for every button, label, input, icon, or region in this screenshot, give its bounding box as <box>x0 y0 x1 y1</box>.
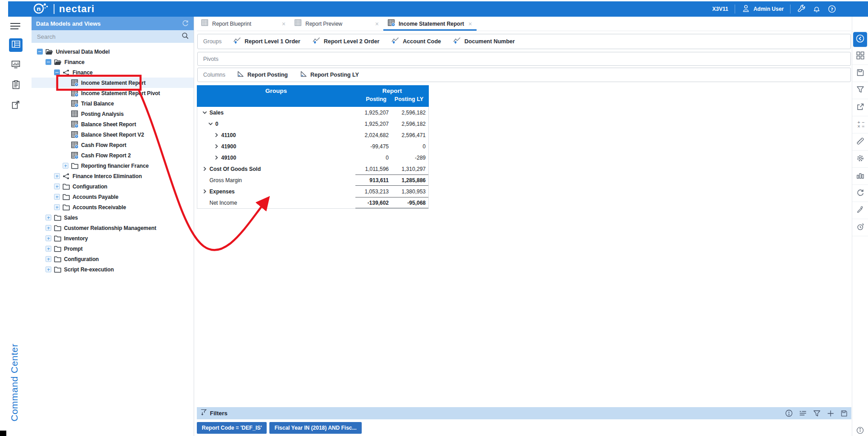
tree-item-finance[interactable]: Finance <box>32 67 194 78</box>
tab-report-blueprint[interactable]: Report Blueprint× <box>197 17 290 31</box>
expand-toggle-icon[interactable] <box>45 225 51 231</box>
tree-item-finance[interactable]: Finance <box>32 57 194 67</box>
right-rail-filter-button[interactable] <box>852 82 868 99</box>
expand-toggle-icon[interactable] <box>54 194 60 200</box>
right-rail-refresh-button[interactable] <box>852 185 868 202</box>
tree-item-trial-balance[interactable]: Trial Balance <box>32 98 194 109</box>
right-rail-settings-gear-button[interactable] <box>852 151 868 168</box>
left-rail-item-data-models[interactable] <box>9 38 23 52</box>
tree-item-script-re-execution[interactable]: Script Re-execution <box>32 264 194 275</box>
report-column-header[interactable]: Report <box>355 85 429 94</box>
bell-icon[interactable] <box>812 5 821 14</box>
posting-column-header[interactable]: Posting <box>355 96 392 102</box>
collapse-toggle-icon[interactable] <box>54 69 60 75</box>
table-row-sales[interactable]: Sales1,925,2072,596,182 <box>197 107 428 118</box>
chevron-right-icon[interactable] <box>214 144 219 149</box>
chevron-down-icon[interactable] <box>202 110 207 115</box>
chevron-down-icon[interactable] <box>208 122 213 126</box>
tree-item-accounts-receivable[interactable]: Accounts Receivable <box>32 202 194 212</box>
tree-item-configuration[interactable]: Configuration <box>32 181 194 192</box>
field-report-posting[interactable]: Report Posting <box>237 70 288 79</box>
left-rail-item-report[interactable] <box>9 79 23 92</box>
expand-toggle-icon[interactable] <box>54 184 60 189</box>
right-rail-bar-chart-button[interactable] <box>852 168 868 185</box>
filters-title[interactable]: Filters <box>200 409 227 418</box>
info-icon[interactable] <box>852 427 868 434</box>
filter-chip[interactable]: Fiscal Year IN (2018) AND Fisc... <box>269 422 361 434</box>
help-icon[interactable]: ? <box>827 5 836 14</box>
tree-item-sales[interactable]: Sales <box>32 212 194 223</box>
menu-icon[interactable] <box>10 23 21 32</box>
expand-toggle-icon[interactable] <box>45 235 51 241</box>
left-rail-item-process[interactable] <box>9 99 23 112</box>
add-icon[interactable] <box>827 410 834 417</box>
close-icon[interactable]: × <box>282 21 286 27</box>
filter-icon[interactable] <box>813 410 821 417</box>
chevron-right-icon[interactable] <box>214 133 219 138</box>
table-row-41900[interactable]: 41900-99,4750 <box>197 141 428 152</box>
table-row-41100[interactable]: 411002,024,6822,596,471 <box>197 129 428 141</box>
tree-item-balance-sheet-report-v2[interactable]: Balance Sheet Report V2 <box>32 129 194 140</box>
user-menu[interactable]: Admin User <box>741 4 784 14</box>
tree-item-cash-flow-report[interactable]: Cash Flow Report <box>32 140 194 150</box>
tree-item-posting-analysis[interactable]: Posting Analysis <box>32 109 194 119</box>
tree-item-reporting-financier-france[interactable]: Reporting financier France <box>32 161 194 171</box>
tree-item-prompt[interactable]: Prompt <box>32 243 194 254</box>
table-row-cost-of-goods-sold[interactable]: Cost Of Goods Sold1,011,5961,310,297 <box>197 163 428 174</box>
groups-column-header[interactable]: Groups <box>197 85 355 107</box>
right-rail-layout-grid-button[interactable] <box>852 48 868 65</box>
tree-item-inventory[interactable]: Inventory <box>32 233 194 243</box>
expand-toggle-icon[interactable] <box>45 246 51 252</box>
expand-toggle-icon[interactable] <box>45 266 51 272</box>
right-rail-ruler-button[interactable] <box>852 133 868 151</box>
wrench-icon[interactable] <box>797 5 806 14</box>
expand-toggle-icon[interactable] <box>63 163 68 169</box>
expand-toggle-icon[interactable] <box>45 256 51 262</box>
right-rail-save-button[interactable] <box>852 65 868 82</box>
right-rail-collapse-panel-button[interactable] <box>853 32 867 47</box>
expand-toggle-icon[interactable] <box>54 173 60 179</box>
expand-toggle-icon[interactable] <box>45 215 51 220</box>
table-row-49100[interactable]: 491000-289 <box>197 152 428 163</box>
field-report-posting-ly[interactable]: Report Posting LY <box>300 70 359 79</box>
field-report-level-1-order[interactable]: Report Level 1 Order <box>233 37 300 46</box>
table-row-gross-margin[interactable]: Gross Margin913,6111,285,886 <box>197 174 428 186</box>
list-icon[interactable] <box>799 410 807 417</box>
tree-item-balance-sheet-report[interactable]: Balance Sheet Report <box>32 119 194 129</box>
filter-chip[interactable]: Report Code = 'DEF_IS' <box>197 422 267 434</box>
collapse-toggle-icon[interactable] <box>37 49 43 55</box>
tree-item-universal-data-model[interactable]: Universal Data Model <box>32 46 194 57</box>
expand-toggle-icon[interactable] <box>54 204 60 210</box>
tab-report-preview[interactable]: Report Preview× <box>290 17 383 31</box>
collapse-toggle-icon[interactable] <box>45 59 51 65</box>
right-rail-eyedropper-button[interactable] <box>852 202 868 219</box>
field-document-number[interactable]: Document Number <box>453 37 515 46</box>
right-rail-history-clock-button[interactable] <box>852 219 868 236</box>
tree-item-accounts-payable[interactable]: Accounts Payable <box>32 192 194 202</box>
save-icon[interactable] <box>841 410 848 417</box>
field-account-code[interactable]: Account Code <box>391 37 441 46</box>
tree-item-finance-interco-elimination[interactable]: Finance Interco Elimination <box>32 171 194 181</box>
chevron-right-icon[interactable] <box>202 189 207 194</box>
chevron-right-icon[interactable] <box>214 155 219 160</box>
refresh-icon[interactable] <box>182 20 189 28</box>
table-row-expenses[interactable]: Expenses1,053,2131,380,953 <box>197 186 428 197</box>
chevron-right-icon[interactable] <box>202 166 207 171</box>
close-icon[interactable]: × <box>468 21 472 27</box>
tree-item-configuration[interactable]: Configuration <box>32 254 194 264</box>
right-rail-calculator-button[interactable]: + −× = <box>852 116 868 133</box>
tree-item-cash-flow-report-2[interactable]: Cash Flow Report 2 <box>32 150 194 161</box>
close-icon[interactable]: × <box>375 21 379 27</box>
tree-item-income-statement-report[interactable]: Income Statement Report <box>32 78 194 88</box>
search-input[interactable] <box>36 33 182 41</box>
table-row-net-income[interactable]: Net Income-139,602-95,068 <box>197 197 428 208</box>
table-row-0[interactable]: 01,925,2072,596,182 <box>197 118 428 129</box>
tree-item-customer-relationship-management[interactable]: Customer Relationship Management <box>32 223 194 233</box>
search-icon[interactable] <box>182 32 189 41</box>
field-report-level-2-order[interactable]: Report Level 2 Order <box>313 37 380 46</box>
tree-item-income-statement-report-pivot[interactable]: Income Statement Report Pivot <box>32 88 194 98</box>
right-rail-share-export-button[interactable] <box>852 99 868 116</box>
alert-icon[interactable] <box>785 409 793 417</box>
tab-income-statement-report[interactable]: Income Statement Report× <box>383 17 477 31</box>
posting-ly-column-header[interactable]: Posting LY <box>392 96 429 102</box>
